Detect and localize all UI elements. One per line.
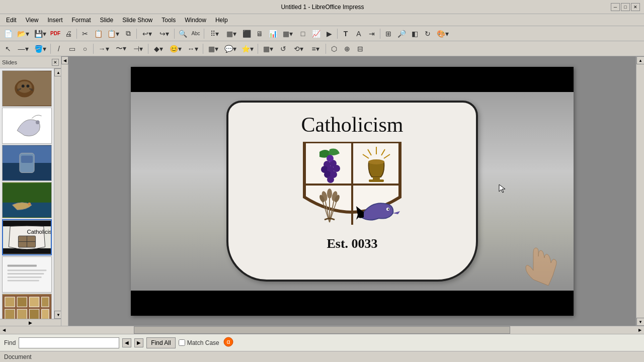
menu-window[interactable]: Window <box>181 16 210 25</box>
slide-panel-scrollbar[interactable]: ▲ ▼ <box>54 68 61 319</box>
right-scrollbar[interactable]: ▲ ▼ <box>636 56 644 326</box>
svg-rect-36 <box>5 309 15 319</box>
menu-slideshow[interactable]: Slide Show <box>118 16 156 25</box>
slide-thumb-1[interactable] <box>2 70 52 107</box>
scroll-up-btn[interactable]: ▲ <box>54 68 61 76</box>
cut-button[interactable]: ✂ <box>79 28 91 40</box>
snap-button[interactable]: ⊞ <box>382 28 394 40</box>
pdf-button[interactable]: PDF <box>49 28 61 40</box>
star-button[interactable]: ⭐▾ <box>239 43 256 55</box>
menu-bar: Edit View Insert Format Slide Slide Show… <box>0 14 644 26</box>
table2-button[interactable]: ▦▾ <box>280 28 296 40</box>
scroll-right-arrow[interactable]: ▶ <box>636 326 644 334</box>
slide-thumb-3[interactable] <box>2 145 52 181</box>
slide-panel-inner: Catholicism <box>0 68 61 319</box>
menu-help[interactable]: Help <box>211 16 232 25</box>
line-button[interactable]: / <box>53 43 65 55</box>
new-button[interactable]: 📄 <box>2 28 14 40</box>
clone-button[interactable]: ⧉ <box>122 28 134 40</box>
scroll-top-btn[interactable]: ▲ <box>636 56 644 64</box>
select-button[interactable]: ↖ <box>2 43 14 55</box>
slide-thumb-2[interactable] <box>2 108 52 144</box>
points-button[interactable]: ⬡ <box>328 43 340 55</box>
scroll-left-btn[interactable]: ◀ <box>61 56 68 64</box>
h-scroll-thumb[interactable] <box>134 326 511 334</box>
connector-button[interactable]: ⊣▾ <box>130 43 146 55</box>
left-scrollbar[interactable]: ◀ <box>61 56 68 326</box>
scroll-down-btn[interactable]: ▼ <box>54 311 61 319</box>
slide-panel-bottom[interactable]: ▶ <box>0 319 61 326</box>
close-panel-button[interactable]: ✕ <box>52 59 59 66</box>
basic-shapes-button[interactable]: ◆▾ <box>150 43 167 55</box>
shadow-button[interactable]: ◧ <box>409 28 421 40</box>
copy-button[interactable]: 📋 <box>92 28 104 40</box>
ellipse-button[interactable]: ○ <box>79 43 91 55</box>
menu-tools[interactable]: Tools <box>157 16 180 25</box>
print-button[interactable]: 🖨 <box>62 28 74 40</box>
slide-thumb-4[interactable] <box>2 182 52 218</box>
find-close-button[interactable]: α <box>222 337 234 349</box>
open-button[interactable]: 📂▾ <box>15 28 31 40</box>
line-color-button[interactable]: —▾ <box>15 43 31 55</box>
spellcheck-button[interactable]: Abc <box>190 28 202 40</box>
flowchart-button[interactable]: ▦▾ <box>205 43 221 55</box>
canvas-area[interactable]: Catholicism <box>68 56 636 326</box>
chart-button[interactable]: 📈 <box>310 28 322 40</box>
rotate2-button[interactable]: ↺ <box>277 43 289 55</box>
bg-button[interactable]: 🎨▾ <box>435 28 451 40</box>
block-arrows-button[interactable]: ↔▾ <box>185 43 201 55</box>
tabview-button[interactable]: ⬛ <box>240 28 253 40</box>
grid-button[interactable]: ⠿▾ <box>206 28 222 40</box>
scroll-left-arrow[interactable]: ◀ <box>0 326 8 334</box>
symbol-shapes-button[interactable]: 😊▾ <box>168 43 184 55</box>
right-scroll-track <box>636 64 644 318</box>
slide-thumb-5[interactable]: Catholicism <box>2 219 52 255</box>
find-all-button[interactable]: Find All <box>146 337 175 348</box>
find-next-button[interactable]: ▶ <box>134 338 143 347</box>
maximize-button[interactable]: □ <box>621 3 630 11</box>
paste-button[interactable]: 📋▾ <box>105 28 121 40</box>
textbox-button[interactable]: A <box>353 28 365 40</box>
fill-color-button[interactable]: 🪣▾ <box>32 43 48 55</box>
find-button[interactable]: 🔍 <box>177 28 189 40</box>
text-button[interactable]: T <box>340 28 352 40</box>
view-button[interactable]: ▦▾ <box>223 28 239 40</box>
callout-button[interactable]: 💬▾ <box>222 43 238 55</box>
find-input[interactable] <box>19 337 119 348</box>
align-button[interactable]: ⟲▾ <box>290 43 306 55</box>
rect-button[interactable]: ▭ <box>66 43 78 55</box>
arrange-button[interactable]: ≡▾ <box>307 43 324 55</box>
svg-rect-34 <box>29 297 39 307</box>
presentation-button[interactable]: 🖥 <box>254 28 266 40</box>
find-prev-button[interactable]: ◀ <box>122 338 131 347</box>
badge-container: Catholicism <box>156 82 548 301</box>
zoom-button[interactable]: 🔎 <box>395 28 408 40</box>
bottom-scrollbar[interactable]: ◀ ▶ <box>0 326 644 334</box>
redo-button[interactable]: ↪▾ <box>156 28 172 40</box>
curve-button[interactable]: 〜▾ <box>113 43 129 55</box>
minimize-button[interactable]: ─ <box>611 3 620 11</box>
undo-button[interactable]: ↩▾ <box>139 28 155 40</box>
3d-shapes-button[interactable]: ▦▾ <box>260 43 276 55</box>
h-scroll-track[interactable] <box>8 326 636 334</box>
toggle-button[interactable]: ⊟ <box>354 43 366 55</box>
menu-insert[interactable]: Insert <box>43 16 66 25</box>
match-case-checkbox[interactable] <box>179 339 185 346</box>
svg-point-10 <box>36 120 40 124</box>
menu-format[interactable]: Format <box>68 16 95 25</box>
slide-thumb-7[interactable] <box>2 294 52 319</box>
save-button[interactable]: 💾▾ <box>32 28 48 40</box>
media-button[interactable]: ▶ <box>323 28 335 40</box>
menu-slide[interactable]: Slide <box>96 16 118 25</box>
glue-button[interactable]: ⊕ <box>341 43 353 55</box>
close-button[interactable]: ✕ <box>631 3 640 11</box>
table-button[interactable]: 📊 <box>267 28 279 40</box>
shape-button[interactable]: □ <box>297 28 309 40</box>
rotate-button[interactable]: ↻ <box>422 28 434 40</box>
arrow-button[interactable]: →▾ <box>96 43 112 55</box>
menu-edit[interactable]: Edit <box>2 16 21 25</box>
menu-view[interactable]: View <box>22 16 43 25</box>
tab-button[interactable]: ⇥ <box>366 28 378 40</box>
slide-thumb-6[interactable] <box>2 256 52 293</box>
scroll-bottom-btn[interactable]: ▼ <box>636 318 644 326</box>
